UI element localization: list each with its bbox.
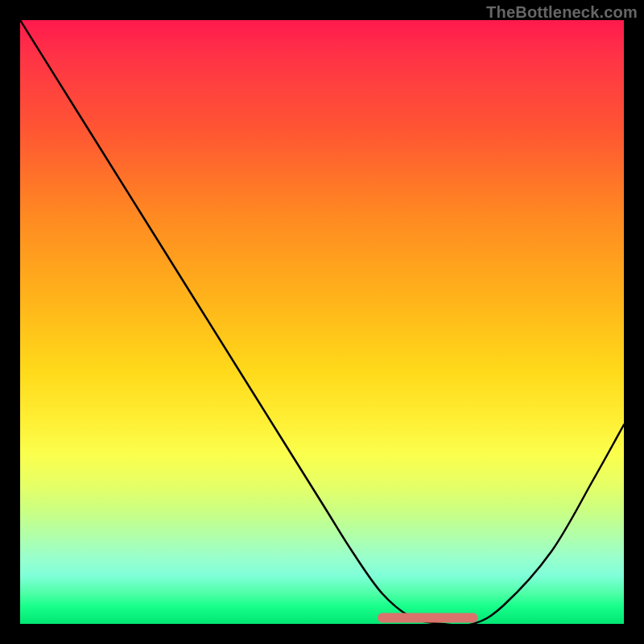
watermark-text: TheBottleneck.com — [486, 3, 638, 22]
curve-layer — [20, 20, 624, 624]
bottleneck-curve — [20, 20, 624, 624]
chart-container: TheBottleneck.com — [0, 0, 644, 644]
plot-area — [20, 20, 624, 624]
